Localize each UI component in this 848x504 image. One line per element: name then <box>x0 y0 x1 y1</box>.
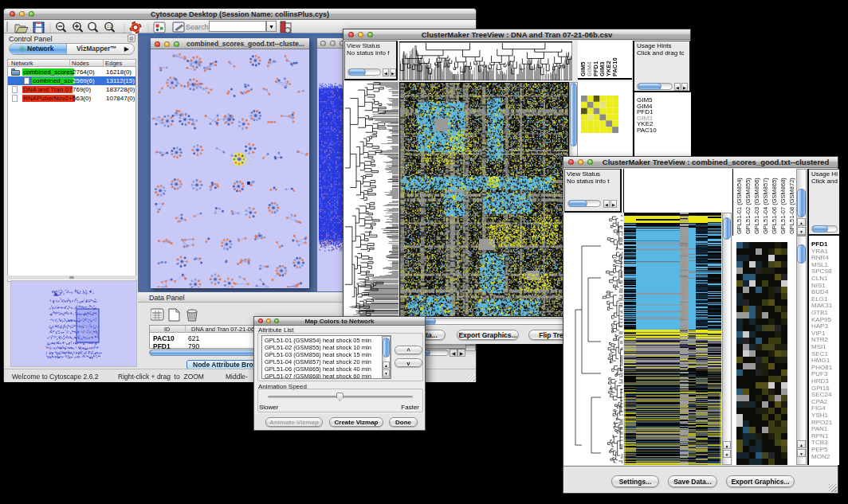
svg-text:1:1: 1:1 <box>107 25 112 29</box>
